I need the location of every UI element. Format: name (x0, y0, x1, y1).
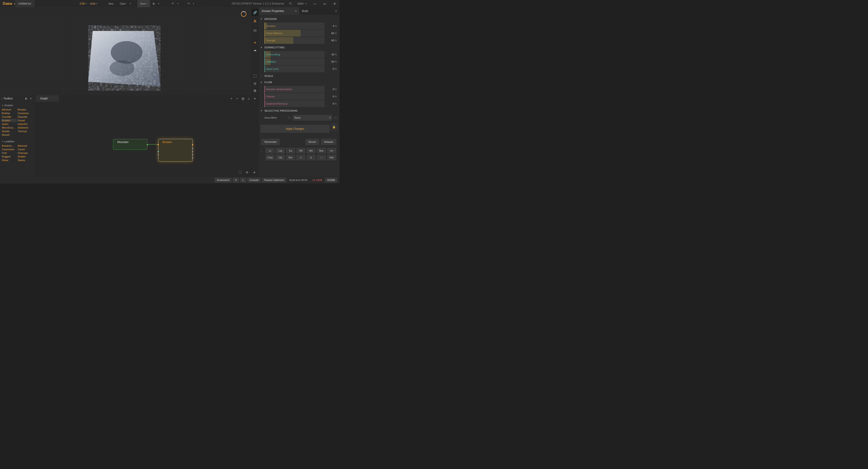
toolbox-item[interactable] (18, 133, 33, 136)
toolbox-item[interactable]: Fold (2, 152, 17, 155)
auto-label[interactable]: Auto (90, 2, 96, 5)
graph-menu-icon[interactable]: ≡ (252, 96, 257, 101)
sm-clip[interactable]: Clip (276, 155, 285, 160)
play-icon[interactable]: ▷ (240, 177, 246, 183)
toolbox-item[interactable]: HydroFix (18, 123, 33, 126)
open-button[interactable]: Open (117, 0, 129, 7)
output-port[interactable] (192, 144, 193, 145)
input-port[interactable] (158, 148, 159, 149)
graph-refresh-icon[interactable]: ⟳ (245, 170, 250, 175)
sm-msk[interactable]: Msk (327, 155, 336, 160)
resolution-caret[interactable]: ▾ (86, 2, 87, 5)
toolbox-item[interactable]: Anastom… (2, 144, 17, 147)
lock-icon[interactable]: 🔒 (331, 123, 337, 131)
save-button[interactable]: Save • (137, 0, 150, 7)
section-lookdev[interactable]: LookDev (4, 140, 14, 143)
2d-mode-button[interactable]: 2D (252, 27, 258, 34)
graph-canvas[interactable]: Mountain Erosion (34, 102, 259, 177)
graph-shuffle-icon[interactable]: ✶ (252, 170, 257, 175)
toolbox-item[interactable]: Deposits (18, 115, 33, 119)
new-button[interactable]: New (105, 0, 117, 7)
area-prev-icon[interactable]: ‹ (288, 116, 291, 119)
tab-menu-icon[interactable]: ≡ (335, 9, 337, 13)
toolbox-item[interactable]: Breaker (18, 108, 33, 111)
apply-changes-button[interactable]: Apply Changes (260, 125, 330, 133)
input-port[interactable] (158, 144, 159, 145)
sm-log[interactable]: Log (276, 148, 285, 154)
add-caret[interactable]: ▾ (158, 2, 159, 5)
toolbox-item[interactable]: Stratify (2, 130, 17, 133)
output-port[interactable] (192, 154, 193, 156)
resolution-label[interactable]: 0.5k (80, 2, 85, 5)
revert-button[interactable]: Revert (305, 139, 319, 145)
sm-disable[interactable]: ⊘ (307, 155, 316, 160)
toolbox-item[interactable]: Thermal (18, 130, 33, 133)
console-button[interactable]: Console (247, 177, 261, 182)
zoom-label[interactable]: 150% (297, 2, 304, 5)
crop-tool-icon[interactable]: ⛶ (252, 73, 258, 79)
chevron-down-icon[interactable]: ▾ (261, 46, 265, 48)
output-port[interactable] (192, 157, 193, 159)
toolbox-item[interactable]: Convector (18, 111, 33, 115)
tab-properties[interactable]: Erosion Properties ≡ (259, 7, 299, 15)
redo-caret[interactable]: ▾ (193, 2, 194, 5)
close-button[interactable]: ✕ (330, 0, 340, 7)
add-icon[interactable]: ⊕ (150, 0, 157, 7)
chevron-down-icon[interactable]: ▾ (261, 109, 265, 112)
slider-downcutting[interactable]: Downcutting (265, 51, 324, 58)
sm-diff[interactable]: Diff (296, 148, 305, 154)
section-flow[interactable]: FLOW (265, 81, 272, 83)
slider-sediment removal[interactable]: Sediment Removal (265, 100, 324, 107)
minimize-button[interactable]: — (310, 0, 320, 7)
section-erosion[interactable]: Erosion (4, 104, 13, 107)
slider-inhibition[interactable]: Inhibition (265, 58, 324, 65)
zoom-caret[interactable]: ▾ (305, 2, 307, 5)
section-erosion[interactable]: EROSION (265, 18, 277, 20)
toolbox-item[interactable]: Stacks (18, 159, 33, 162)
slider-strength[interactable]: Strength (265, 37, 324, 44)
output-port[interactable] (192, 148, 193, 149)
toolbox-item[interactable]: Carver (18, 148, 33, 151)
toolbox-item[interactable]: Outcrops (18, 152, 33, 155)
input-port[interactable] (158, 157, 159, 159)
toolbox-item[interactable]: Arboreal (18, 144, 33, 147)
toolbox-item[interactable]: Sediment (18, 126, 33, 129)
area-next-icon[interactable]: › (334, 116, 337, 119)
toolbox-collapse-icon[interactable]: ‹ (1, 97, 2, 100)
section-downcutting[interactable]: DOWNCUTTING (265, 46, 285, 49)
toolbox-item[interactable]: Erosion (2, 119, 17, 122)
edit-icon[interactable]: ✎ (232, 177, 239, 183)
sm-wave[interactable]: 〰 (317, 155, 326, 160)
slider-random sedimentation[interactable]: Random Sedimentation (265, 86, 324, 93)
screenshot-button[interactable]: Screenshot (215, 177, 232, 182)
toolbox-item[interactable]: Wizard (2, 133, 17, 136)
sm-min[interactable]: Min (307, 148, 316, 154)
chevron-down-icon[interactable]: ▾ (2, 104, 3, 106)
graph-fit-icon[interactable]: ⛶ (237, 170, 242, 175)
node-erosion[interactable]: Erosion (158, 139, 193, 162)
cloud-tool-icon[interactable]: ☁ (252, 46, 258, 53)
toolbox-item[interactable]: Crumble (2, 115, 17, 119)
undo-icon[interactable]: ↶ (169, 0, 177, 7)
chevron-down-icon[interactable]: ▾ (2, 140, 3, 142)
undo-caret[interactable]: ▾ (178, 2, 179, 5)
toolbox-item[interactable]: Shatter (18, 155, 33, 158)
chevron-right-icon[interactable]: › (261, 75, 265, 77)
toolbox-item[interactable]: MicroEros… (2, 126, 17, 129)
sm-clmp[interactable]: Clmp (266, 155, 275, 160)
defaults-button[interactable]: Defaults (321, 139, 336, 145)
graph-add-icon[interactable]: ＋ (229, 96, 234, 101)
link-tool-icon[interactable]: 🔗 (252, 9, 258, 16)
graph-at-icon[interactable]: @ (241, 96, 246, 101)
sun-tool-icon[interactable]: ☀ (252, 39, 258, 46)
sm-inv[interactable]: Inv (327, 148, 336, 154)
slider-duration[interactable]: Duration (265, 23, 324, 29)
slider-base level[interactable]: Base Level (265, 66, 324, 72)
toolbox-item[interactable]: Fluvial (18, 119, 33, 122)
toolbox-menu-icon[interactable]: ≡ (29, 97, 33, 100)
maximize-button[interactable]: ▭ (320, 0, 330, 7)
toolbox-item[interactable]: Alluvium (2, 108, 17, 111)
input-port[interactable] (158, 154, 159, 156)
tab-build[interactable]: Build ≡ (299, 7, 340, 15)
node-mountain[interactable]: Mountain (113, 139, 147, 150)
